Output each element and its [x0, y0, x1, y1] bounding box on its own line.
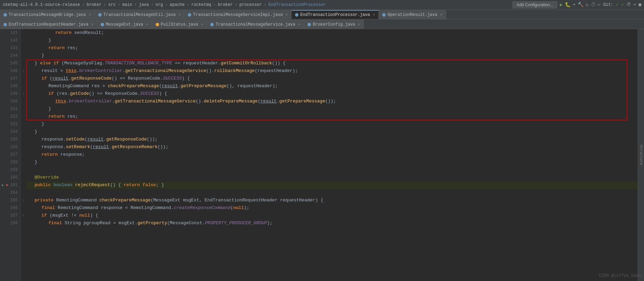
- breadcrumb-rocketmq[interactable]: rocketmq: [191, 2, 211, 7]
- tab-icon-service: [210, 23, 214, 26]
- tab-operation-result[interactable]: OperationResult.java ×: [379, 10, 446, 19]
- fold-gutter: ▽ ▽ ▽ ▽: [21, 29, 26, 281]
- code-line-143: return res;: [26, 44, 638, 52]
- breadcrumb-main[interactable]: main: [122, 2, 132, 7]
- code-line-159: [26, 166, 638, 174]
- code-line-153: }: [26, 120, 638, 128]
- code-line-164: [26, 189, 638, 197]
- tab-icon-msgext: [101, 23, 104, 26]
- tab-bar-row1: TransactionalMessageBridge.java × Transa…: [0, 10, 644, 19]
- tab-close-processor[interactable]: ×: [373, 13, 375, 17]
- structure-label: Structure: [639, 145, 643, 165]
- coverage-icon[interactable]: ☂: [573, 2, 576, 8]
- breadcrumb-class[interactable]: EndTransactionProcessor: [268, 2, 326, 7]
- breadcrumb-project[interactable]: cketmq-all-4.9.1-source-release: [3, 2, 80, 7]
- breadcrumb-processor[interactable]: processor: [239, 2, 262, 7]
- code-line-161: public boolean rejectRequest() { return …: [26, 181, 638, 189]
- code-line-154: }: [26, 128, 638, 136]
- tab-icon-header: [3, 23, 7, 26]
- git-update-icon[interactable]: ↩: [634, 2, 636, 7]
- line-marker-161: ◆: [1, 183, 3, 187]
- build-icon[interactable]: 🔨: [578, 2, 583, 8]
- breadcrumb-src[interactable]: src: [108, 2, 116, 7]
- code-line-146: result = this.brokerController.getTransa…: [26, 67, 638, 75]
- code-line-141: return sendResult;: [26, 29, 638, 37]
- tab-close-header[interactable]: ×: [91, 22, 93, 27]
- tab-end-transaction-request-header[interactable]: EndTransactionRequestHeader.java ×: [0, 20, 97, 29]
- code-line-151: }: [26, 105, 638, 113]
- tab-icon-config: [307, 23, 311, 26]
- tab-close-util[interactable]: ×: [178, 13, 181, 17]
- code-line-144: }: [26, 52, 638, 60]
- add-configuration-button[interactable]: Add Configuration...: [513, 1, 557, 8]
- git-clock-icon[interactable]: ⏱: [627, 2, 631, 7]
- tab-transactional-message-bridge[interactable]: TransactionalMessageBridge.java ×: [0, 10, 95, 19]
- git-label: Git:: [603, 2, 613, 7]
- code-line-166: final RemotingCommand response = Remotin…: [26, 204, 638, 212]
- tab-message-ext[interactable]: MessageExt.java ×: [97, 20, 152, 29]
- tab-close-bridge[interactable]: ×: [89, 13, 91, 17]
- git-check-icon[interactable]: ✓: [616, 2, 618, 7]
- code-line-158: }: [26, 158, 638, 166]
- watermark: CSDN @coffee_babe: [599, 273, 641, 278]
- code-line-168: final String pgroupRead = msgExt.getProp…: [26, 219, 638, 227]
- top-bar: cketmq-all-4.9.1-source-release › broker…: [0, 0, 644, 10]
- code-line-150: this.brokerController.getTransactionalMe…: [26, 98, 638, 105]
- git-check2-icon[interactable]: ✓: [621, 2, 624, 7]
- tab-icon-util: [98, 13, 102, 17]
- tab-close-pull[interactable]: ×: [201, 22, 203, 27]
- structure-panel[interactable]: Structure: [638, 29, 644, 281]
- code-line-145: } else if (MessageSysFlag.TRANSACTION_RO…: [26, 60, 638, 67]
- code-line-160: @Override: [26, 174, 638, 181]
- tab-close-result[interactable]: ×: [440, 13, 442, 17]
- code-line-152: return res;: [26, 113, 638, 120]
- tab-end-transaction-processor[interactable]: EndTransactionProcessor.java ×: [292, 10, 379, 19]
- code-line-147: if (result.getResponseCode() == Response…: [26, 75, 638, 82]
- tab-transactional-message-service[interactable]: TransactionalMessageService.java ×: [207, 20, 304, 29]
- tab-transactional-message-util[interactable]: TransactionalMessageUtil.java ×: [95, 10, 184, 19]
- debug-icon[interactable]: 🐛: [565, 2, 571, 8]
- tab-close-impl[interactable]: ×: [286, 13, 288, 17]
- code-line-156: response.setRemark(result.getResponseRem…: [26, 143, 638, 151]
- tab-icon-pull: [156, 23, 159, 26]
- code-line-142: }: [26, 37, 638, 44]
- tab-close-service[interactable]: ×: [298, 22, 301, 27]
- breadcrumb-apache[interactable]: apache: [170, 2, 185, 7]
- tab-icon-processor: [295, 13, 298, 17]
- undo-icon[interactable]: ↩: [598, 2, 600, 8]
- breadcrumb-org[interactable]: org: [156, 2, 163, 7]
- code-line-165: private RemotingCommand checkPrepareMess…: [26, 197, 638, 204]
- breadcrumb-broker2[interactable]: broker: [218, 2, 233, 7]
- line-numbers: 141 142 143 144 145 146 147 148 149 150 …: [0, 29, 21, 281]
- tab-pull-status[interactable]: PullStatus.java ×: [152, 20, 207, 29]
- main-area: 141 142 143 144 145 146 147 148 149 150 …: [0, 29, 644, 281]
- toolbar-right: Add Configuration... ▶ 🐛 ☂ 🔨 ↻ ⏱ ↩ Git: …: [513, 1, 641, 8]
- tab-close-msgext[interactable]: ×: [146, 22, 148, 27]
- run-toolbar: ▶ 🐛 ☂ 🔨 ↻ ⏱ ↩: [560, 2, 601, 8]
- tab-icon-result: [382, 13, 386, 17]
- tab-transactional-message-service-impl[interactable]: TransactionalMessageServiceImpl.java ×: [184, 10, 292, 19]
- breadcrumb-broker[interactable]: broker: [86, 2, 101, 7]
- code-line-148: RemotingCommand res = checkPrepareMessag…: [26, 82, 638, 90]
- git-menu-icon[interactable]: ▦: [639, 2, 641, 7]
- tab-icon-bridge: [3, 13, 7, 17]
- code-area[interactable]: return sendResult; } return res; } } els…: [26, 29, 638, 281]
- code-line-157: return response;: [26, 151, 638, 158]
- run-icon[interactable]: ▶: [560, 2, 563, 8]
- code-line-149: if (res.getCode() == ResponseCode.SUCCES…: [26, 90, 638, 98]
- tab-close-config[interactable]: ×: [358, 22, 360, 27]
- breadcrumb-java[interactable]: java: [139, 2, 149, 7]
- clock-icon[interactable]: ⏱: [591, 2, 596, 8]
- reload-icon[interactable]: ↻: [586, 2, 588, 8]
- tab-bar-row2: EndTransactionRequestHeader.java × Messa…: [0, 19, 644, 29]
- tab-broker-config[interactable]: BrokerConfig.java ×: [304, 20, 364, 29]
- code-line-167: if (msgExt != null) {: [26, 212, 638, 219]
- code-line-155: response.setCode(result.getResponseCode(…: [26, 136, 638, 143]
- tab-icon-impl: [188, 13, 191, 17]
